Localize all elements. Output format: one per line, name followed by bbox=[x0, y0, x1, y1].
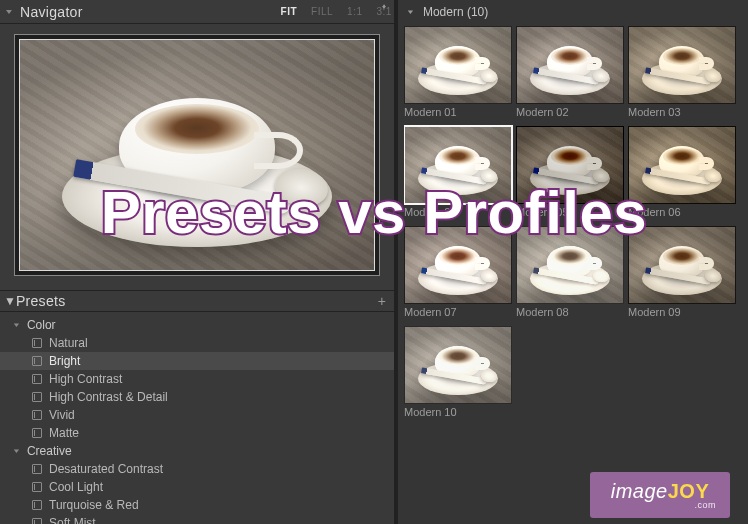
preset-label: Desaturated Contrast bbox=[49, 462, 163, 476]
navigator-preview-frame[interactable] bbox=[14, 34, 380, 276]
profile-thumbnail-image bbox=[404, 126, 512, 204]
preset-item[interactable]: High Contrast & Detail bbox=[0, 388, 394, 406]
profile-grid: Modern 01Modern 02Modern 03Modern 04Mode… bbox=[404, 24, 748, 524]
profile-thumbnail-label: Modern 09 bbox=[628, 304, 736, 324]
presets-title: Presets bbox=[16, 293, 378, 309]
preset-icon bbox=[32, 338, 42, 348]
collapse-icon: ▼ bbox=[406, 9, 415, 16]
zoom-option-fill[interactable]: FILL bbox=[311, 6, 333, 17]
profile-thumbnail[interactable]: Modern 07 bbox=[404, 226, 512, 324]
profile-thumbnail[interactable]: Modern 03 bbox=[628, 26, 736, 124]
profile-thumbnail-label: Modern 04 bbox=[404, 204, 512, 224]
profile-thumbnail-label: Modern 02 bbox=[516, 104, 624, 124]
preset-label: Turquoise & Red bbox=[49, 498, 139, 512]
profile-thumbnail[interactable]: Modern 10 bbox=[404, 326, 512, 424]
profile-thumbnail-image bbox=[404, 226, 512, 304]
preset-item[interactable]: Turquoise & Red bbox=[0, 496, 394, 514]
profile-thumbnail[interactable]: Modern 09 bbox=[628, 226, 736, 324]
add-preset-icon[interactable]: + bbox=[378, 293, 386, 309]
profile-thumbnail[interactable]: Modern 04 bbox=[404, 126, 512, 224]
preset-label: High Contrast & Detail bbox=[49, 390, 168, 404]
profile-thumbnail-image bbox=[404, 326, 512, 404]
navigator-title: Navigator bbox=[20, 4, 281, 20]
navigator-preview-image bbox=[19, 39, 375, 271]
zoom-option-1-1[interactable]: 1:1 bbox=[347, 6, 362, 17]
profile-thumbnail-image bbox=[404, 26, 512, 104]
preset-item[interactable]: Natural bbox=[0, 334, 394, 352]
chevron-down-icon: ▼ bbox=[12, 448, 21, 455]
profile-thumbnail-image bbox=[516, 226, 624, 304]
left-panel: ▼ Navigator FITFILL1:13:1 ♦ ▼ Presets + … bbox=[0, 0, 398, 524]
preset-icon bbox=[32, 428, 42, 438]
profile-thumbnail[interactable]: Modern 01 bbox=[404, 26, 512, 124]
profile-thumbnail-label: Modern 10 bbox=[404, 404, 512, 424]
preset-label: High Contrast bbox=[49, 372, 122, 386]
preset-icon bbox=[32, 482, 42, 492]
profile-group-label: Modern (10) bbox=[423, 5, 488, 19]
profile-thumbnail[interactable]: Modern 05 bbox=[516, 126, 624, 224]
preset-label: Cool Light bbox=[49, 480, 103, 494]
preset-group-creative[interactable]: ▼Creative bbox=[0, 442, 394, 460]
preset-icon bbox=[32, 500, 42, 510]
collapse-icon: ▼ bbox=[4, 8, 14, 16]
profile-thumbnail[interactable]: Modern 06 bbox=[628, 126, 736, 224]
profile-thumbnail[interactable]: Modern 08 bbox=[516, 226, 624, 324]
profile-thumbnail-image bbox=[516, 26, 624, 104]
preset-item[interactable]: Desaturated Contrast bbox=[0, 460, 394, 478]
preset-group-color[interactable]: ▼Color bbox=[0, 316, 394, 334]
profile-thumbnail-label: Modern 05 bbox=[516, 204, 624, 224]
profile-thumbnail-image bbox=[628, 26, 736, 104]
profile-group-header[interactable]: ▼ Modern (10) bbox=[404, 0, 748, 24]
preset-icon bbox=[32, 410, 42, 420]
chevron-down-icon: ▼ bbox=[12, 322, 21, 329]
preset-label: Soft Mist bbox=[49, 516, 96, 524]
presets-panel-header[interactable]: ▼ Presets + bbox=[0, 290, 394, 312]
preset-item[interactable]: Cool Light bbox=[0, 478, 394, 496]
preset-group-label: Creative bbox=[27, 444, 72, 458]
preset-icon bbox=[32, 374, 42, 384]
profile-thumbnail-image bbox=[628, 126, 736, 204]
preset-label: Matte bbox=[49, 426, 79, 440]
profile-thumbnail-label: Modern 07 bbox=[404, 304, 512, 324]
preset-label: Natural bbox=[49, 336, 88, 350]
profile-browser: ▼ Modern (10) Modern 01Modern 02Modern 0… bbox=[398, 0, 748, 524]
preset-item[interactable]: Vivid bbox=[0, 406, 394, 424]
profile-thumbnail-image bbox=[516, 126, 624, 204]
preset-icon bbox=[32, 356, 42, 366]
profile-thumbnail-label: Modern 08 bbox=[516, 304, 624, 324]
preset-label: Vivid bbox=[49, 408, 75, 422]
preset-label: Bright bbox=[49, 354, 80, 368]
navigator-panel-header[interactable]: ▼ Navigator FITFILL1:13:1 ♦ bbox=[0, 0, 394, 24]
collapse-icon: ▼ bbox=[4, 294, 16, 308]
preset-item[interactable]: Bright bbox=[0, 352, 394, 370]
zoom-more-icon[interactable]: ♦ bbox=[382, 0, 386, 11]
presets-list: ▼ColorNaturalBrightHigh ContrastHigh Con… bbox=[0, 312, 394, 524]
zoom-options: FITFILL1:13:1 bbox=[281, 6, 392, 17]
preset-icon bbox=[32, 464, 42, 474]
preset-item[interactable]: Soft Mist bbox=[0, 514, 394, 524]
profile-thumbnail-label: Modern 01 bbox=[404, 104, 512, 124]
zoom-option-fit[interactable]: FIT bbox=[281, 6, 298, 17]
navigator-body bbox=[0, 24, 394, 290]
preset-icon bbox=[32, 518, 42, 524]
profile-thumbnail-image bbox=[628, 226, 736, 304]
preset-item[interactable]: High Contrast bbox=[0, 370, 394, 388]
preset-item[interactable]: Matte bbox=[0, 424, 394, 442]
preset-group-label: Color bbox=[27, 318, 56, 332]
profile-thumbnail-label: Modern 03 bbox=[628, 104, 736, 124]
profile-thumbnail-label: Modern 06 bbox=[628, 204, 736, 224]
profile-thumbnail[interactable]: Modern 02 bbox=[516, 26, 624, 124]
preset-icon bbox=[32, 392, 42, 402]
